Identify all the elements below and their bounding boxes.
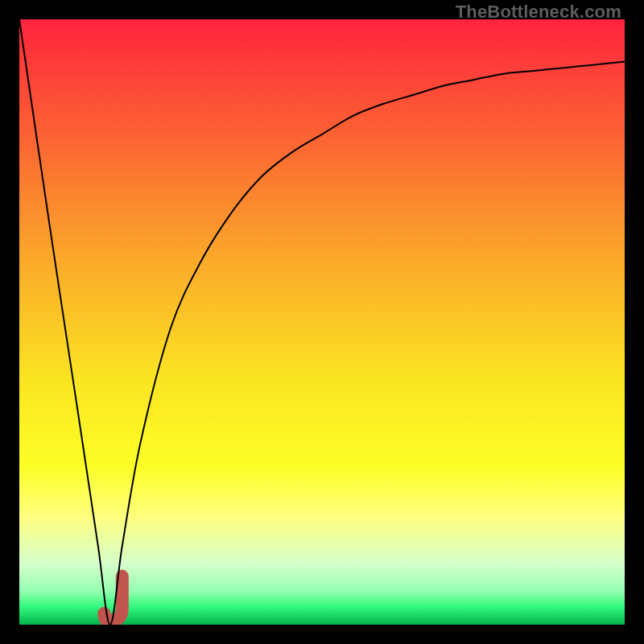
bottleneck-chart	[19, 19, 625, 625]
gradient-background	[19, 19, 625, 625]
chart-frame: TheBottleneck.com	[0, 0, 644, 644]
plot-area	[19, 19, 625, 625]
watermark-text: TheBottleneck.com	[456, 2, 621, 23]
